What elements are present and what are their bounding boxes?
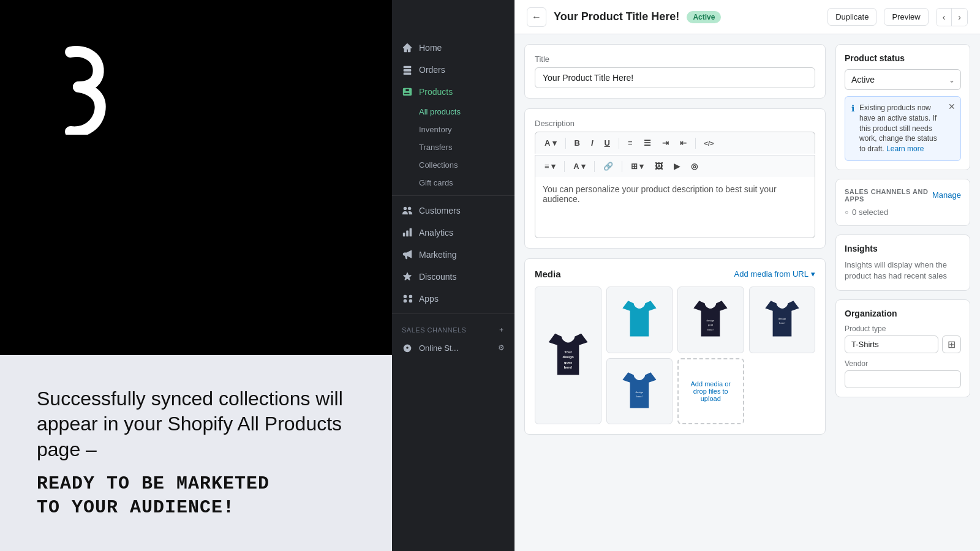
table-button[interactable]: ⊞ ▾: [627, 159, 649, 173]
editor-body[interactable]: You can personalize your product descrip…: [535, 177, 815, 238]
sidebar-item-online-store[interactable]: Online St... ⚙: [392, 337, 514, 359]
italic-button[interactable]: I: [587, 136, 598, 150]
chevron-down-icon: ▾: [811, 269, 815, 279]
main-content-area: ← Your Product Title Here! Active Duplic…: [514, 0, 980, 551]
settings-icon[interactable]: ⚙: [498, 343, 505, 352]
sidebar-apps-label: Apps: [419, 294, 439, 304]
insights-card: Insights Insights will display when the …: [835, 234, 970, 291]
media-item-navy[interactable]: design here!: [749, 287, 816, 353]
description-card: Description A ▾ B I U ≡ ☰ ⇥ ⇤ </>: [524, 108, 826, 249]
header-right: Duplicate Preview ‹ ›: [827, 8, 968, 26]
product-type-input[interactable]: [845, 335, 938, 353]
info-icon: ℹ: [851, 103, 854, 154]
align-center-button[interactable]: ☰: [639, 136, 655, 150]
next-arrow[interactable]: ›: [952, 9, 967, 26]
separator-3: [695, 138, 696, 149]
code-button[interactable]: </>: [700, 137, 718, 149]
sidebar-sub-inventory[interactable]: Inventory: [392, 121, 514, 138]
learn-more-link[interactable]: Learn more: [886, 144, 924, 153]
info-text: Existing products now have an active sta…: [859, 103, 943, 154]
sidebar-item-orders[interactable]: Orders: [392, 59, 514, 81]
org-title: Organization: [845, 309, 961, 318]
add-media-button[interactable]: Add media from URL ▾: [734, 269, 815, 279]
promo-normal-text: Successfully synced collections will app…: [37, 386, 355, 463]
video-button[interactable]: ▶: [669, 159, 684, 173]
link-button[interactable]: 🔗: [599, 159, 617, 173]
svg-text:goal: goal: [708, 324, 713, 327]
text-color-button[interactable]: A ▾: [569, 159, 590, 173]
discounts-icon: [402, 271, 413, 282]
embed-button[interactable]: ◎: [687, 159, 702, 173]
sidebar-item-apps[interactable]: Apps: [392, 288, 514, 310]
analytics-icon: [402, 227, 413, 238]
image-button[interactable]: 🖼: [650, 159, 667, 173]
sidebar-home-label: Home: [419, 43, 442, 53]
media-item-cyan[interactable]: [606, 287, 673, 353]
content-area: Title Description A ▾ B I U ≡ ☰ ⇥ ⇤: [514, 34, 980, 454]
status-select[interactable]: Active Draft: [845, 69, 961, 90]
product-type-search-button[interactable]: ⊞: [942, 335, 961, 353]
product-status-card: Product status Active Draft ℹ Existing p…: [835, 44, 970, 170]
sales-channels-card: SALES CHANNELS AND APPS Manage 0 selecte…: [835, 179, 970, 226]
svg-text:Your: Your: [564, 350, 572, 354]
status-badge: Active: [687, 11, 721, 23]
sidebar-item-marketing[interactable]: Marketing: [392, 244, 514, 266]
separator-4: [564, 161, 565, 172]
prev-arrow[interactable]: ‹: [937, 9, 952, 26]
sidebar-item-products[interactable]: Products: [392, 81, 514, 103]
align-left-button[interactable]: ≡ ▾: [540, 159, 560, 173]
sidebar: Home Orders Products All products Invent…: [392, 0, 514, 551]
media-item-dark1[interactable]: design goal here!: [677, 287, 744, 353]
sidebar-sub-collections[interactable]: Collections: [392, 156, 514, 174]
apps-icon: [402, 293, 413, 304]
description-label: Description: [535, 119, 815, 128]
svg-text:goes: goes: [564, 361, 572, 364]
sidebar-customers-label: Customers: [419, 206, 461, 216]
nav-arrows: ‹ ›: [936, 8, 968, 26]
customers-icon: [402, 205, 413, 216]
status-select-wrapper: Active Draft: [845, 69, 961, 90]
outdent-button[interactable]: ⇤: [676, 136, 691, 150]
bullet-list-button[interactable]: ≡: [624, 136, 637, 150]
bold-button[interactable]: B: [570, 136, 584, 150]
logo: [37, 37, 110, 137]
sidebar-sub-transfers[interactable]: Transfers: [392, 138, 514, 156]
sidebar-discounts-label: Discounts: [419, 272, 456, 282]
svg-text:here!: here!: [779, 322, 785, 325]
organization-card: Organization Product type ⊞ Vendor: [835, 299, 970, 397]
upload-placeholder[interactable]: Add media or drop files to upload: [677, 358, 744, 425]
preview-button[interactable]: Preview: [884, 8, 928, 26]
channels-count: 0 selected: [845, 208, 961, 217]
separator-2: [619, 138, 619, 149]
content-sidebar: Product status Active Draft ℹ Existing p…: [835, 44, 970, 444]
close-info-banner-icon[interactable]: ✕: [948, 102, 956, 111]
sidebar-divider-1: [392, 195, 514, 196]
promo-text-area: Successfully synced collections will app…: [0, 355, 392, 551]
underline-button[interactable]: U: [600, 136, 614, 150]
duplicate-button[interactable]: Duplicate: [827, 8, 876, 26]
separator-6: [622, 161, 622, 172]
sidebar-item-discounts[interactable]: Discounts: [392, 266, 514, 288]
online-store-label: Online St...: [419, 343, 458, 353]
manage-link[interactable]: Manage: [932, 190, 961, 200]
title-input[interactable]: [535, 67, 815, 88]
sidebar-sub-all-products[interactable]: All products: [392, 103, 514, 121]
add-sales-channel-icon[interactable]: ＋: [498, 325, 505, 334]
svg-text:here!: here!: [564, 365, 572, 369]
sidebar-marketing-label: Marketing: [419, 250, 456, 260]
back-button[interactable]: ←: [527, 7, 546, 27]
vendor-input[interactable]: [845, 370, 961, 388]
sidebar-sub-gift-cards[interactable]: Gift cards: [392, 174, 514, 192]
media-item-main[interactable]: Your design goes here!: [535, 287, 601, 424]
media-item-blue-sm[interactable]: design here!: [606, 358, 673, 425]
font-button[interactable]: A ▾: [540, 136, 561, 150]
sidebar-item-home[interactable]: Home: [392, 37, 514, 59]
header-left: ← Your Product Title Here! Active: [527, 7, 721, 27]
sidebar-orders-label: Orders: [419, 65, 445, 75]
page-title: Your Product Title Here!: [554, 10, 679, 23]
product-type-row: ⊞: [845, 335, 961, 353]
sidebar-item-customers[interactable]: Customers: [392, 200, 514, 222]
sidebar-item-analytics[interactable]: Analytics: [392, 222, 514, 244]
indent-button[interactable]: ⇥: [658, 136, 673, 150]
upload-text: Add media or drop files to upload: [684, 380, 738, 402]
